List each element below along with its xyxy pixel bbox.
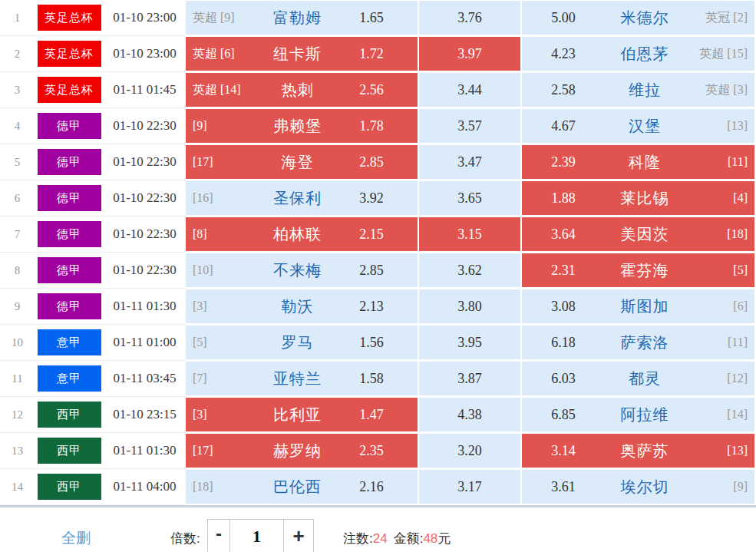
- multiplier-value[interactable]: 1: [229, 520, 284, 552]
- away-team-name: 都灵: [605, 369, 685, 389]
- match-info-columns: 6 德甲 01-10 22:30: [0, 180, 186, 217]
- draw-odds-cell[interactable]: 3.17: [419, 470, 520, 504]
- row-number: 8: [0, 253, 35, 288]
- home-team-name: 柏林联: [269, 224, 325, 245]
- home-win-odds-cell[interactable]: [18] 巴伦西 2.16: [186, 470, 418, 504]
- away-win-odds-cell[interactable]: 4.67 汉堡 [13]: [522, 109, 754, 143]
- home-win-odds-cell[interactable]: [16] 圣保利 3.92: [186, 181, 418, 215]
- home-win-odds-cell[interactable]: [3] 比利亚 1.47: [186, 398, 418, 431]
- home-win-odds-cell[interactable]: [7] 亚特兰 1.58: [186, 362, 418, 395]
- away-win-odds: 6.85: [522, 407, 605, 423]
- draw-odds-cell[interactable]: 3.80: [419, 289, 520, 323]
- draw-odds-cell[interactable]: 4.38: [419, 398, 520, 431]
- home-win-odds-cell[interactable]: [17] 海登 2.85: [186, 145, 418, 179]
- row-number: 9: [0, 289, 35, 324]
- away-win-odds-cell[interactable]: 2.58 维拉 英超 [3]: [522, 73, 754, 107]
- league-badge: 德甲: [38, 113, 101, 139]
- home-win-odds-cell[interactable]: [10] 不来梅 2.85: [186, 253, 418, 287]
- draw-odds-cell[interactable]: 3.95: [419, 326, 520, 359]
- league-badge: 德甲: [38, 221, 101, 247]
- away-win-odds-cell[interactable]: 6.03 都灵 [12]: [522, 362, 754, 395]
- away-win-odds-cell[interactable]: 1.88 莱比锡 [4]: [522, 181, 754, 215]
- draw-odds-cell[interactable]: 3.20: [419, 434, 520, 468]
- away-win-odds: 5.00: [522, 10, 605, 26]
- draw-odds-cell[interactable]: 3.62: [419, 253, 520, 287]
- amount-label: 金额:: [394, 531, 424, 546]
- home-win-odds-cell[interactable]: [8] 柏林联 2.15: [186, 217, 418, 251]
- home-team-name: 赫罗纳: [269, 441, 325, 461]
- away-win-odds-cell[interactable]: 2.31 霍芬海 [5]: [522, 253, 754, 287]
- match-row: 11 意甲 01-11 03:45 [7] 亚特兰 1.58 3.87 6.03…: [0, 361, 756, 397]
- row-number: 2: [0, 36, 35, 71]
- home-team-name: 圣保利: [269, 188, 325, 209]
- home-win-odds: 1.56: [325, 335, 418, 351]
- away-team-name: 美因茨: [605, 224, 685, 245]
- league-column: 德甲: [35, 253, 104, 288]
- match-info-columns: 9 德甲 01-11 01:30: [0, 289, 186, 325]
- league-column: 英足总杯: [35, 0, 104, 35]
- multiplier-increase-button[interactable]: +: [284, 520, 313, 552]
- multiplier-decrease-button[interactable]: -: [208, 520, 229, 552]
- match-info-columns: 12 西甲 01-10 23:15: [0, 397, 186, 433]
- home-win-odds-cell[interactable]: 英超 [14] 热刺 2.56: [186, 73, 418, 107]
- draw-odds: 3.62: [457, 263, 482, 279]
- league-column: 英足总杯: [35, 36, 104, 71]
- delete-all-link[interactable]: 全删: [61, 528, 91, 548]
- away-win-odds: 4.67: [522, 118, 605, 134]
- draw-odds-cell[interactable]: 3.87: [419, 362, 520, 395]
- match-info-columns: 5 德甲 01-10 22:30: [0, 144, 186, 180]
- draw-odds: 3.76: [457, 10, 482, 26]
- away-team-name: 伯恩茅: [605, 44, 685, 64]
- draw-odds-cell[interactable]: 3.76: [419, 1, 520, 35]
- away-win-odds-cell[interactable]: 3.61 埃尔切 [9]: [522, 470, 754, 504]
- draw-odds-cell[interactable]: 3.44: [419, 73, 520, 107]
- multiplier-label: 倍数:: [170, 530, 200, 547]
- draw-odds-cell[interactable]: 3.65: [419, 181, 520, 215]
- home-win-odds: 2.35: [325, 443, 418, 459]
- league-column: 西甲: [35, 469, 104, 504]
- home-win-odds-cell[interactable]: [3] 勒沃 2.13: [186, 289, 418, 323]
- bet-slip-footer: 全删 倍数: - 1 + 注数:24金额:48元: [0, 505, 756, 552]
- amount-value: 48: [423, 531, 437, 546]
- away-win-odds-cell[interactable]: 3.64 美因茨 [18]: [522, 217, 754, 251]
- away-win-odds-cell[interactable]: 3.14 奥萨苏 [13]: [522, 434, 754, 468]
- draw-odds: 3.65: [457, 190, 482, 207]
- home-team-name: 亚特兰: [269, 369, 325, 389]
- away-win-odds: 3.61: [522, 479, 605, 495]
- draw-odds-cell[interactable]: 3.47: [419, 145, 520, 179]
- home-win-odds-cell[interactable]: [9] 弗赖堡 1.78: [186, 109, 418, 143]
- draw-odds: 3.87: [457, 371, 482, 387]
- away-team-rank: [18]: [685, 227, 754, 241]
- away-team-rank: [14]: [685, 408, 754, 421]
- draw-odds-cell[interactable]: 3.97: [419, 37, 520, 71]
- away-win-odds-cell[interactable]: 2.39 科隆 [11]: [522, 145, 754, 179]
- league-column: 西甲: [35, 397, 104, 432]
- away-win-odds: 6.18: [522, 335, 605, 351]
- league-column: 德甲: [35, 217, 104, 252]
- league-badge: 德甲: [38, 149, 101, 175]
- home-win-odds-cell[interactable]: 英超 [6] 纽卡斯 1.72: [186, 37, 418, 71]
- away-win-odds-cell[interactable]: 6.85 阿拉维 [14]: [522, 398, 754, 431]
- away-win-odds-cell[interactable]: 3.08 斯图加 [6]: [522, 289, 754, 323]
- match-info-columns: 10 意甲 01-11 01:00: [0, 325, 186, 361]
- away-win-odds-cell[interactable]: 5.00 米德尔 英冠 [2]: [522, 1, 754, 35]
- away-team-name: 霍芬海: [605, 260, 685, 281]
- away-win-odds-cell[interactable]: 4.23 伯恩茅 英超 [15]: [522, 37, 754, 71]
- away-team-rank: [13]: [685, 119, 754, 133]
- league-badge: 英足总杯: [38, 5, 101, 31]
- home-team-rank: [17]: [186, 444, 269, 458]
- draw-odds-cell[interactable]: 3.15: [419, 217, 520, 251]
- match-info-columns: 11 意甲 01-11 03:45: [0, 361, 186, 397]
- home-win-odds-cell[interactable]: [5] 罗马 1.56: [186, 326, 418, 359]
- away-team-rank: [11]: [685, 155, 754, 169]
- away-team-rank: [5]: [685, 263, 754, 277]
- multiplier-stepper: - 1 +: [207, 519, 314, 552]
- match-row: 9 德甲 01-11 01:30 [3] 勒沃 2.13 3.80 3.08 斯…: [0, 289, 756, 325]
- draw-odds-cell[interactable]: 3.57: [419, 109, 520, 143]
- home-win-odds-cell[interactable]: 英超 [9] 富勒姆 1.65: [186, 1, 418, 35]
- match-time: 01-11 01:00: [104, 325, 186, 360]
- away-win-odds-cell[interactable]: 6.18 萨索洛 [11]: [522, 326, 754, 359]
- home-win-odds-cell[interactable]: [17] 赫罗纳 2.35: [186, 434, 418, 468]
- match-time: 01-11 01:45: [104, 72, 186, 107]
- draw-odds: 3.97: [457, 46, 482, 62]
